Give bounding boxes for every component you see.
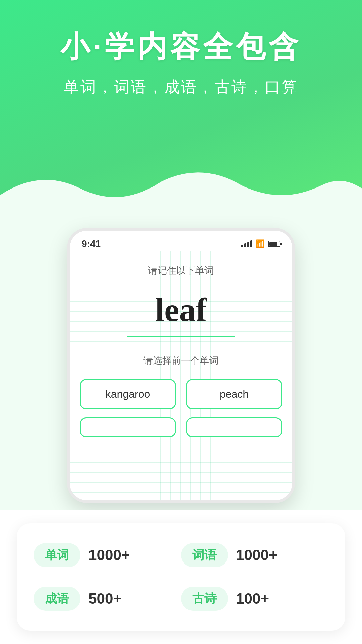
answer-peach[interactable]: peach	[186, 379, 282, 409]
stat-badge-phrase: 词语	[181, 543, 228, 567]
battery-icon	[268, 241, 280, 247]
top-banner: 小·学内容全包含 单词，词语，成语，古诗，口算	[0, 0, 362, 208]
answer-kangaroo[interactable]: kangaroo	[80, 379, 176, 409]
main-title: 小·学内容全包含	[60, 27, 302, 67]
answer-partial-right	[186, 417, 282, 437]
middle-section: 9:41 📶 请记住以下单词 leaf 请选择前一个单词 k	[0, 208, 362, 510]
wifi-icon: 📶	[256, 239, 265, 248]
stat-badge-poetry: 古诗	[181, 587, 228, 611]
status-icons: 📶	[241, 239, 280, 248]
cloud-decoration	[0, 168, 362, 209]
stat-badge-idiom: 成语	[34, 587, 80, 611]
stat-idiom: 成语 500+	[34, 580, 181, 617]
stat-count-idiom: 500+	[88, 590, 122, 607]
phone-mockup: 9:41 📶 请记住以下单词 leaf 请选择前一个单词 k	[67, 228, 295, 503]
status-time: 9:41	[82, 238, 101, 249]
stat-count-phrase: 1000+	[236, 547, 278, 564]
instruction-select: 请选择前一个单词	[143, 354, 219, 367]
stats-section: 单词 1000+ 词语 1000+ 成语 500+ 古诗 100+	[0, 510, 362, 644]
answer-buttons-row1: kangaroo peach	[80, 379, 282, 409]
word-display: leaf	[155, 290, 207, 329]
word-underline	[127, 336, 235, 337]
signal-icon	[241, 240, 252, 247]
instruction-memorize: 请记住以下单词	[148, 264, 214, 277]
stats-card: 单词 1000+ 词语 1000+ 成语 500+ 古诗 100+	[17, 523, 345, 631]
status-bar: 9:41 📶	[70, 231, 292, 251]
stat-count-word: 1000+	[88, 547, 130, 564]
answer-partial-left	[80, 417, 176, 437]
stat-phrase: 词语 1000+	[181, 537, 328, 574]
phone-content: 请记住以下单词 leaf 请选择前一个单词 kangaroo peach	[70, 251, 292, 500]
stat-count-poetry: 100+	[236, 590, 269, 607]
subtitle: 单词，词语，成语，古诗，口算	[64, 77, 298, 98]
stat-poetry: 古诗 100+	[181, 580, 328, 617]
stat-badge-word: 单词	[34, 543, 80, 567]
answer-buttons-row2	[80, 417, 282, 437]
stat-word: 单词 1000+	[34, 537, 181, 574]
